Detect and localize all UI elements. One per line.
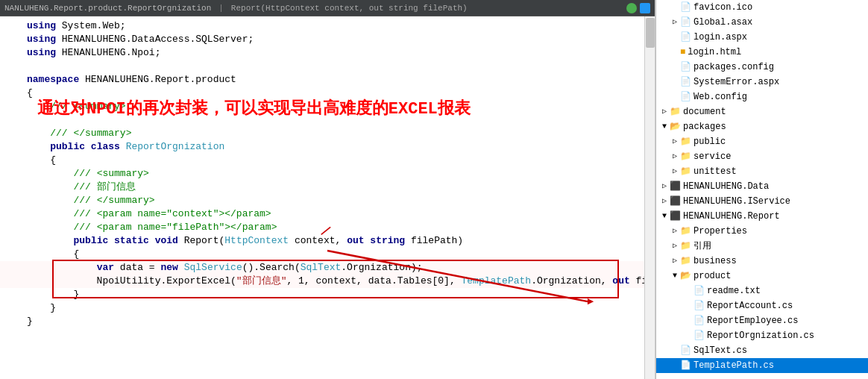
tree-item-iservice-project[interactable]: ▷ ⬛ HENANLUHENG.IService bbox=[656, 194, 868, 209]
expand-icon: ▼ bbox=[670, 269, 680, 283]
code-line-23: } bbox=[0, 315, 655, 328]
tree-item-packages[interactable]: ▼ 📂 packages bbox=[656, 119, 868, 134]
code-line-12: /// <summary> bbox=[0, 167, 655, 181]
code-tab-header[interactable]: NANLUHENG.Report.product.ReportOrgnizati… bbox=[0, 0, 655, 16]
code-content-area: 通过对NPOI的再次封装，可以实现导出高难度的EXCEL报表 using Sys… bbox=[0, 16, 655, 331]
debug-blue-icon bbox=[640, 3, 650, 13]
config-file-icon: 📄 bbox=[680, 60, 691, 74]
expand-icon: ▷ bbox=[659, 105, 670, 119]
code-scrollbar[interactable] bbox=[644, 16, 655, 379]
folder-icon: 📂 bbox=[670, 120, 681, 134]
expand-icon: ▷ bbox=[670, 239, 680, 253]
tree-item-business[interactable]: ▷ 📁 business bbox=[656, 254, 868, 269]
tree-item-webconfig[interactable]: 📄 Web.config bbox=[656, 90, 868, 104]
code-line-9: /// </summary> bbox=[0, 127, 655, 140]
tree-item-product[interactable]: ▼ 📂 product bbox=[656, 269, 868, 284]
code-scrollbar-thumb[interactable] bbox=[646, 18, 655, 48]
folder-icon: 📁 bbox=[680, 150, 691, 163]
expand-icon: ▼ bbox=[659, 210, 670, 223]
code-tab-method: Report(HttpContext context, out string f… bbox=[231, 4, 468, 13]
cs-file-icon: 📄 bbox=[694, 299, 705, 313]
tree-item-reportemployee[interactable]: 📄 ReportEmployee.cs bbox=[656, 313, 868, 328]
tree-item-report-project[interactable]: ▼ ⬛ HENANLUHENG.Report bbox=[656, 209, 868, 224]
tree-item-sqltext[interactable]: 📄 SqlText.cs bbox=[656, 343, 868, 358]
aspx-file-icon: 📄 bbox=[680, 31, 691, 44]
folder-icon: 📁 bbox=[680, 254, 691, 268]
tree-item-templatepath[interactable]: 📄 TemplatePath.cs bbox=[656, 358, 868, 373]
code-line-22: } bbox=[0, 301, 655, 315]
expand-icon: ▷ bbox=[670, 254, 680, 268]
tree-item-properties[interactable]: ▷ 📁 Properties bbox=[656, 224, 868, 239]
expand-icon: ▷ bbox=[659, 195, 670, 208]
code-line-17: public static void Report(HttpContext co… bbox=[0, 234, 655, 248]
code-line-16: /// <param name="filePath"></param> bbox=[0, 221, 655, 234]
code-line-18: { bbox=[0, 248, 655, 261]
code-line-20: NpoiUtility.ExportExcel("部门信息", 1, conte… bbox=[0, 275, 655, 288]
code-tab-filename: NANLUHENG.Report.product.ReportOrgnizati… bbox=[4, 4, 211, 13]
expand-icon: ▼ bbox=[659, 120, 670, 134]
project-icon2: ⬛ bbox=[670, 195, 681, 208]
code-line-1: using System.Web; bbox=[0, 19, 655, 33]
tree-item-reportorgnization[interactable]: 📄 ReportOrgnization.cs bbox=[656, 328, 868, 343]
aspx2-file-icon: 📄 bbox=[680, 75, 691, 89]
folder-icon: 📂 bbox=[680, 269, 691, 283]
project-icon: ⬛ bbox=[670, 180, 681, 193]
expand-icon: ▷ bbox=[670, 165, 680, 178]
code-line-13: /// 部门信息 bbox=[0, 181, 655, 194]
expand-icon: ▷ bbox=[670, 135, 680, 148]
folder-icon: 📁 bbox=[670, 105, 681, 119]
solution-explorer-panel: 📄 favicon.ico ▷ 📄 Global.asax 📄 login.as… bbox=[655, 0, 868, 379]
ico-file-icon: 📄 bbox=[680, 1, 691, 14]
tree-item-reportaccount[interactable]: 📄 ReportAccount.cs bbox=[656, 298, 868, 313]
expand-icon: ▷ bbox=[659, 180, 670, 193]
tree-item-readme[interactable]: 📄 readme.txt bbox=[656, 284, 868, 298]
tree-item-systemerror[interactable]: 📄 SystemError.aspx bbox=[656, 75, 868, 90]
html-file-icon: ■ bbox=[680, 46, 685, 59]
tree-item-public[interactable]: ▷ 📁 public bbox=[656, 134, 868, 149]
folder-icon: 📁 bbox=[680, 165, 691, 178]
expand-icon: ▷ bbox=[670, 150, 680, 163]
folder-icon: 📁 bbox=[680, 239, 691, 253]
cs-file-icon2: 📄 bbox=[694, 314, 705, 328]
tree-item-favicon[interactable]: 📄 favicon.ico bbox=[656, 0, 868, 15]
code-line-19: var data = new SqlService().Search(SqlTe… bbox=[0, 261, 655, 275]
code-line-2: using HENANLUHENG.DataAccess.SQLServer; bbox=[0, 33, 655, 46]
webconfig-file-icon: 📄 bbox=[680, 90, 691, 104]
tree-item-data-project[interactable]: ▷ ⬛ HENANLUHENG.Data bbox=[656, 179, 868, 194]
expand-icon: ▷ bbox=[670, 16, 680, 29]
code-line-4 bbox=[0, 60, 655, 73]
code-line-15: /// <param name="context"></param> bbox=[0, 207, 655, 221]
code-line-5: namespace HENANLUHENG.Report.product bbox=[0, 73, 655, 87]
tree-item-login-html[interactable]: ■ login.html bbox=[656, 45, 868, 60]
code-line-14: /// </summary> bbox=[0, 194, 655, 207]
cs-file-icon3: 📄 bbox=[694, 329, 705, 342]
folder-icon: 📁 bbox=[680, 225, 691, 238]
txt-file-icon: 📄 bbox=[694, 284, 705, 298]
tree-item-references[interactable]: ▷ 📁 引用 bbox=[656, 239, 868, 254]
banner-text: 通过对NPOI的再次封装，可以实现导出高难度的EXCEL报表 bbox=[37, 97, 471, 119]
asax-file-icon: 📄 bbox=[680, 16, 691, 29]
code-line-11: { bbox=[0, 154, 655, 167]
code-panel: NANLUHENG.Report.product.ReportOrgnizati… bbox=[0, 0, 655, 379]
folder-icon: 📁 bbox=[680, 135, 691, 148]
code-line-10: public class ReportOrgnization bbox=[0, 140, 655, 154]
tree-item-login-aspx[interactable]: 📄 login.aspx bbox=[656, 30, 868, 45]
tree-item-packages-config[interactable]: 📄 packages.config bbox=[656, 60, 868, 75]
debug-green-icon bbox=[626, 3, 637, 13]
tree-item-unittest[interactable]: ▷ 📁 unittest bbox=[656, 164, 868, 179]
tree-item-document[interactable]: ▷ 📁 document bbox=[656, 104, 868, 119]
code-line-21: } bbox=[0, 288, 655, 301]
cs-file-icon5: 📄 bbox=[680, 359, 691, 372]
expand-icon: ▷ bbox=[670, 225, 680, 238]
tree-item-service[interactable]: ▷ 📁 service bbox=[656, 149, 868, 164]
tree-item-global[interactable]: ▷ 📄 Global.asax bbox=[656, 15, 868, 30]
project-icon3: ⬛ bbox=[670, 210, 681, 223]
cs-file-icon4: 📄 bbox=[680, 344, 691, 357]
code-line-3: using HENANLUHENG.Npoi; bbox=[0, 46, 655, 60]
